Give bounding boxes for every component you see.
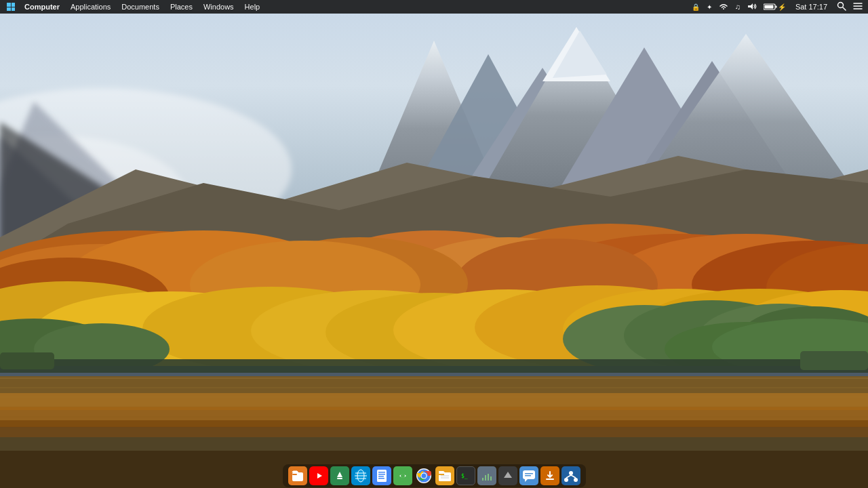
svg-rect-64 [0,352,54,369]
menubar-right: 🔒 ✦ ♫ [689,0,865,14]
battery-icon[interactable]: ⚡ [761,2,789,12]
svg-text:$_: $_ [461,473,468,479]
menubar-windows[interactable]: Windows [198,0,239,14]
menubar-computer[interactable]: Computer [19,0,65,14]
svg-line-71 [843,7,846,10]
taskbar-icons: $_ [283,464,586,487]
svg-point-118 [574,478,578,482]
svg-point-116 [569,471,573,475]
wifi-icon[interactable] [716,1,731,13]
svg-point-97 [421,474,426,479]
svg-rect-98 [439,472,451,481]
svg-rect-106 [485,475,486,481]
menubar-places[interactable]: Places [165,0,198,14]
svg-rect-99 [439,474,444,475]
taskbar-chat-icon[interactable] [519,466,538,485]
svg-point-93 [401,474,405,478]
start-button[interactable] [3,1,19,12]
svg-marker-111 [525,479,528,482]
svg-rect-65 [800,351,868,370]
svg-point-70 [838,2,844,7]
desktop: Computer Applications Documents Places W… [0,0,868,488]
svg-marker-109 [504,472,512,478]
hamburger-menu-icon[interactable] [850,1,865,14]
taskbar-files-icon[interactable] [288,466,307,485]
svg-rect-76 [292,474,297,475]
taskbar-update-icon[interactable] [540,466,559,485]
svg-rect-81 [337,478,342,479]
menubar-help[interactable]: Help [239,0,266,14]
svg-rect-68 [775,6,776,8]
svg-rect-107 [488,474,489,481]
menubar-applications[interactable]: Applications [65,0,116,14]
taskbar-filemanager-icon[interactable] [435,466,454,485]
svg-point-117 [564,478,568,482]
svg-rect-54 [0,420,868,437]
svg-rect-91 [378,478,384,479]
svg-line-120 [571,475,576,478]
taskbar-appstore-icon[interactable] [330,466,349,485]
taskbar-writer-icon[interactable] [372,466,391,485]
windows-logo-icon [7,3,15,11]
taskbar-mint-icon[interactable] [393,466,412,485]
svg-rect-88 [378,472,385,473]
menubar-left: Computer Applications Documents Places W… [3,0,689,14]
volume-icon[interactable] [745,1,760,13]
taskbar-sysmon-icon[interactable] [477,466,496,485]
svg-line-119 [566,475,571,478]
svg-rect-89 [378,474,385,475]
svg-rect-55 [0,437,868,451]
svg-rect-113 [525,475,531,476]
desktop-wallpaper [0,0,868,488]
svg-rect-75 [292,472,303,481]
clock[interactable]: Sat 17:17 [790,0,833,14]
taskbar-terminal-icon[interactable]: $_ [456,466,475,485]
taskbar-youtube-icon[interactable] [309,466,328,485]
taskbar-globe-icon[interactable] [351,466,370,485]
search-icon[interactable] [834,0,849,14]
svg-rect-110 [523,470,535,479]
lock-icon[interactable]: 🔒 [689,2,703,12]
svg-rect-105 [482,478,484,481]
taskbar-chrome-icon[interactable] [414,466,433,485]
svg-rect-112 [525,473,533,474]
taskbar-network-icon[interactable] [561,466,580,485]
svg-rect-69 [764,5,773,9]
bluetooth-icon[interactable]: ✦ [704,2,715,12]
taskbar-indicator-icon[interactable] [498,466,517,485]
menubar-documents[interactable]: Documents [116,0,165,14]
svg-marker-66 [748,3,753,9]
menubar: Computer Applications Documents Places W… [0,0,868,14]
svg-rect-90 [378,476,384,477]
svg-rect-108 [490,476,492,481]
taskbar: $_ [0,464,868,488]
svg-rect-63 [0,359,868,373]
music-icon[interactable]: ♫ [732,1,743,12]
